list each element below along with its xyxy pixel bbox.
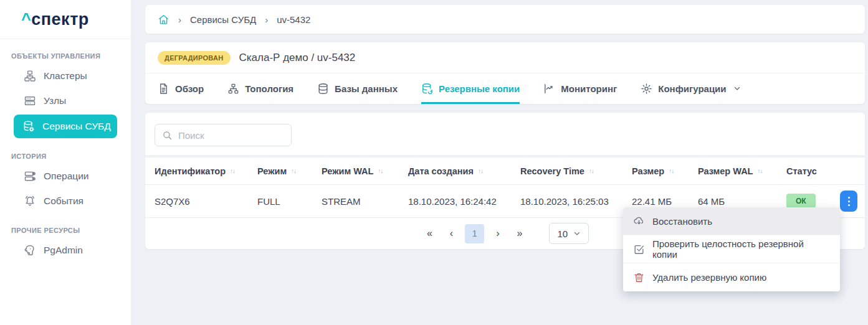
page-size-select[interactable]: 10 [549, 223, 589, 244]
column-header-wal-size[interactable]: Размер WAL↑↓ [698, 166, 786, 176]
tab-configurations[interactable]: Конфигурации [641, 73, 740, 104]
kebab-dot [848, 197, 850, 199]
pagination-page-1-button[interactable]: 1 [465, 224, 484, 243]
cell-mode: FULL [257, 196, 322, 207]
pagination-prev-button[interactable]: ‹ [444, 225, 459, 242]
sidebar-item-pgadmin[interactable]: PgAdmin [0, 238, 131, 263]
column-label: Дата создания [408, 166, 474, 176]
search-box [155, 124, 292, 146]
pagination-last-button[interactable]: » [511, 225, 528, 242]
search-input[interactable] [178, 130, 284, 141]
row-actions-kebab-button[interactable] [840, 191, 857, 212]
column-header-id[interactable]: Идентификатор↑↓ [155, 166, 257, 176]
search-icon [162, 130, 173, 141]
service-header-card: ДЕГРАДИРОВАН Скала-Р демо / uv-5432 Обзо… [145, 42, 865, 104]
column-header-created[interactable]: Дата создания↑↓ [408, 166, 520, 176]
tab-label: Конфигурации [658, 83, 726, 94]
app-logo[interactable]: ^спектр [0, 0, 131, 39]
sort-icon[interactable]: ↑↓ [230, 168, 235, 174]
column-label: Размер [632, 166, 664, 176]
sidebar-item-label: Операции [44, 171, 89, 182]
breadcrumb-separator: › [178, 14, 181, 25]
service-title: Скала-Р демо / uv-5432 [239, 52, 356, 64]
tab-label: Резервные копии [439, 83, 520, 94]
chart-icon [543, 83, 555, 95]
sort-icon[interactable]: ↑↓ [757, 168, 762, 174]
cluster-icon [24, 70, 36, 82]
tab-databases[interactable]: Базы данных [317, 73, 398, 104]
tabs: Обзор Топология Базы данных Резервные ко… [145, 73, 865, 104]
sidebar-item-events[interactable]: События [0, 189, 131, 214]
breadcrumb-service: uv-5432 [277, 14, 310, 25]
operations-icon [24, 170, 36, 182]
trash-icon [633, 271, 645, 283]
tab-overview[interactable]: Обзор [158, 73, 204, 104]
tab-label: Мониторинг [561, 83, 617, 94]
breadcrumb-separator: › [265, 14, 268, 25]
menu-item-verify-integrity[interactable]: Проверить целостность резервной копии [623, 235, 840, 263]
sidebar-section-management: ОБЪЕКТЫ УПРАВЛЕНИЯ [0, 39, 131, 64]
logo-text: спектр [31, 10, 89, 29]
menu-item-restore[interactable]: Восстановить [623, 207, 840, 235]
cell-wal-size: 64 МБ [698, 196, 786, 207]
tab-label: Обзор [175, 83, 204, 94]
database-icon [317, 83, 329, 95]
pgadmin-elephant-icon [24, 244, 36, 257]
tab-backups[interactable]: Резервные копии [421, 73, 520, 104]
column-label: Идентификатор [155, 166, 226, 176]
menu-item-label: Проверить целостность резервной копии [652, 238, 830, 260]
chevron-down-icon [573, 230, 581, 237]
column-label: Режим WAL [322, 166, 373, 176]
sidebar-item-operations[interactable]: Операции [0, 164, 131, 189]
home-icon[interactable] [158, 14, 169, 26]
column-label: Размер WAL [698, 166, 753, 176]
gear-icon [641, 83, 652, 95]
sort-icon[interactable]: ↑↓ [291, 168, 296, 174]
column-header-status: Статус [786, 166, 840, 176]
sidebar-item-db-services[interactable]: Сервисы СУБД [14, 115, 117, 138]
restore-icon [633, 215, 645, 227]
tab-topology[interactable]: Топология [227, 73, 293, 104]
menu-item-delete-backup[interactable]: Удалить резервную копию [623, 263, 840, 291]
cell-size: 22.41 МБ [632, 196, 698, 207]
tab-label: Топология [245, 83, 293, 94]
breadcrumb-db-services[interactable]: Сервисы СУБД [190, 14, 256, 25]
cell-created: 18.10.2023, 16:24:42 [408, 196, 520, 207]
page-size-value: 10 [557, 228, 568, 239]
status-badge-degraded: ДЕГРАДИРОВАН [158, 51, 231, 65]
bell-icon [24, 195, 36, 207]
cell-wal-mode: STREAM [322, 196, 408, 207]
sidebar-item-label: Узлы [44, 95, 66, 106]
sort-icon[interactable]: ↑↓ [589, 168, 594, 174]
table-header-row: Идентификатор↑↓ Режим↑↓ Режим WAL↑↓ Дата… [145, 158, 865, 185]
column-label: Режим [257, 166, 287, 176]
sidebar-item-label: События [44, 195, 83, 207]
column-header-mode[interactable]: Режим↑↓ [257, 166, 322, 176]
column-header-recovery-time[interactable]: Recovery Time↑↓ [520, 166, 632, 176]
sort-icon[interactable]: ↑↓ [669, 168, 674, 174]
service-title-row: ДЕГРАДИРОВАН Скала-Р демо / uv-5432 [145, 42, 865, 73]
column-header-size[interactable]: Размер↑↓ [632, 166, 698, 176]
kebab-dot [848, 204, 850, 206]
pagination-first-button[interactable]: « [421, 225, 438, 242]
sidebar-item-label: PgAdmin [44, 245, 83, 256]
sidebar-item-label: Кластеры [44, 70, 87, 82]
database-backup-icon [421, 83, 433, 95]
tab-label: Базы данных [335, 83, 398, 94]
column-label: Recovery Time [520, 166, 584, 176]
column-label: Статус [786, 166, 817, 176]
column-header-wal-mode[interactable]: Режим WAL↑↓ [322, 166, 408, 176]
menu-item-label: Восстановить [652, 216, 712, 227]
sidebar-item-clusters[interactable]: Кластеры [0, 64, 131, 88]
cell-recovery-time: 18.10.2023, 16:25:03 [520, 196, 632, 207]
sort-icon[interactable]: ↑↓ [478, 168, 483, 174]
breadcrumb: › Сервисы СУБД › uv-5432 [145, 5, 865, 34]
pagination-next-button[interactable]: › [490, 225, 505, 242]
sort-icon[interactable]: ↑↓ [378, 168, 383, 174]
tab-monitoring[interactable]: Мониторинг [543, 73, 617, 104]
verify-icon [633, 243, 645, 255]
sidebar-section-other: ПРОЧИЕ РЕСУРСЫ [0, 214, 131, 238]
document-icon [158, 83, 169, 95]
search-row [145, 113, 865, 158]
sidebar-item-nodes[interactable]: Узлы [0, 88, 131, 113]
